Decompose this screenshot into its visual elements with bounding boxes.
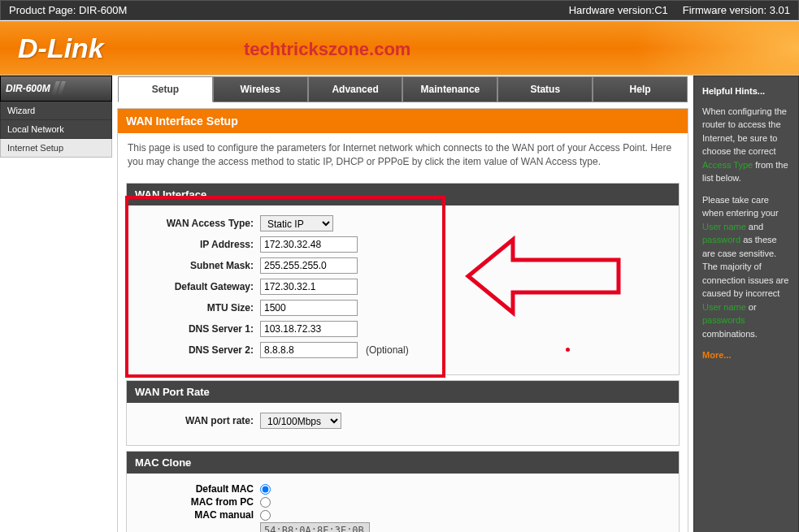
product-page-label: Product Page: DIR-600M	[9, 4, 127, 16]
default-mac-label: Default MAC	[140, 483, 254, 495]
mac-manual-input[interactable]	[260, 522, 370, 532]
wan-port-rate-label: WAN port rate:	[140, 415, 254, 426]
header-wave-decoration	[409, 21, 799, 75]
more-link[interactable]: More...	[702, 350, 731, 360]
default-gateway-input[interactable]	[260, 279, 358, 295]
mac-clone-header: MAC Clone	[127, 452, 679, 474]
dns1-label: DNS Server 1:	[140, 323, 254, 335]
mac-clone-section: MAC Clone Default MAC MAC from PC MAC ma…	[126, 451, 680, 532]
sidebar-left: DIR-600M Wizard Local Network Internet S…	[0, 76, 112, 532]
wan-access-type-select[interactable]: Static IP	[260, 215, 333, 231]
hardware-version: Hardware version:C1	[569, 4, 668, 16]
tab-wireless[interactable]: Wireless	[213, 76, 308, 102]
content-panel: WAN Interface Setup This page is used to…	[117, 108, 688, 532]
page-title: WAN Interface Setup	[118, 109, 688, 133]
firmware-version: Firmware version: 3.01	[683, 4, 790, 16]
model-slashes-icon	[54, 81, 63, 96]
mtu-size-label: MTU Size:	[140, 302, 254, 314]
wan-interface-header: WAN Interface	[127, 184, 679, 205]
tab-maintenance[interactable]: Maintenance	[402, 76, 497, 102]
hint-paragraph-2: Please take care when entering your User…	[702, 193, 790, 341]
sidebar-item-local-network[interactable]: Local Network	[0, 120, 112, 139]
ip-address-input[interactable]	[260, 236, 358, 253]
hint-paragraph-1: When configuring the router to access th…	[702, 105, 790, 185]
sidebar-item-wizard[interactable]: Wizard	[0, 102, 112, 120]
watermark-text: techtrickszone.com	[244, 39, 410, 60]
wan-port-rate-section: WAN Port Rate WAN port rate: 10/100Mbps	[126, 380, 680, 446]
wan-interface-section: WAN Interface WAN Access Type: Static IP…	[126, 183, 680, 375]
annotation-dot	[566, 348, 570, 352]
subnet-mask-label: Subnet Mask:	[140, 260, 254, 271]
model-badge: DIR-600M	[0, 76, 112, 102]
wan-access-type-label: WAN Access Type:	[140, 218, 254, 229]
tab-setup[interactable]: Setup	[118, 76, 213, 102]
sidebar-right: Helpful Hints... When configuring the ro…	[693, 76, 799, 532]
subnet-mask-input[interactable]	[260, 257, 358, 274]
dns1-input[interactable]	[260, 321, 358, 337]
tab-advanced[interactable]: Advanced	[308, 76, 403, 102]
helpful-hints-title: Helpful Hints...	[702, 84, 790, 98]
tabs-row: Setup Wireless Advanced Maintenance Stat…	[117, 76, 688, 103]
mac-from-pc-label: MAC from PC	[140, 496, 254, 508]
dns2-input[interactable]	[260, 342, 358, 358]
optional-text: (Optional)	[366, 344, 409, 356]
mtu-size-input[interactable]	[260, 300, 358, 316]
dns2-label: DNS Server 2:	[140, 344, 254, 356]
wan-port-rate-header: WAN Port Rate	[127, 381, 679, 403]
mac-from-pc-radio[interactable]	[260, 497, 271, 508]
brand-logo: D-Link	[18, 32, 104, 64]
wan-port-rate-select[interactable]: 10/100Mbps	[260, 413, 341, 429]
default-mac-radio[interactable]	[260, 484, 271, 495]
tab-help[interactable]: Help	[593, 76, 688, 102]
page-description: This page is used to configure the param…	[118, 133, 688, 178]
hint-access-type: Access Type	[702, 160, 753, 170]
topbar: Product Page: DIR-600M Hardware version:…	[0, 0, 799, 20]
sidebar-item-internet-setup[interactable]: Internet Setup	[0, 139, 112, 158]
mac-manual-label: MAC manual	[140, 509, 254, 521]
default-gateway-label: Default Gateway:	[140, 281, 254, 292]
tab-status[interactable]: Status	[497, 76, 593, 102]
model-text: DIR-600M	[6, 83, 50, 94]
mac-manual-radio[interactable]	[260, 510, 271, 521]
ip-address-label: IP Address:	[140, 239, 254, 250]
header-band: D-Link techtrickszone.com	[0, 20, 799, 76]
